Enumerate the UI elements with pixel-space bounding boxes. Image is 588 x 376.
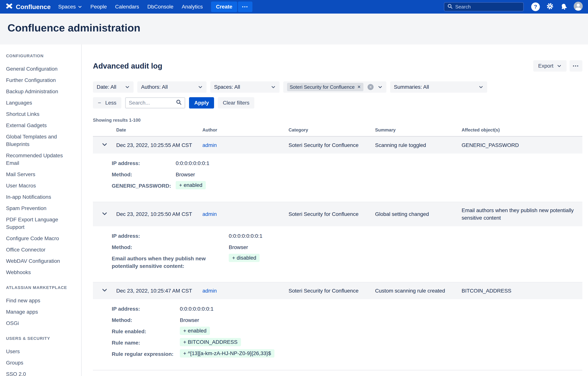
avatar <box>574 2 583 12</box>
audit-search-input[interactable] <box>129 100 174 106</box>
author-link[interactable]: admin <box>202 288 217 294</box>
summaries-filter[interactable]: Summaries: All <box>390 81 487 93</box>
chevron-down-icon <box>125 85 130 89</box>
author-link[interactable]: admin <box>202 211 217 217</box>
nav-item-calendars[interactable]: Calendars <box>115 4 139 10</box>
detail-label: Rule name: <box>112 339 175 347</box>
nav-search-input[interactable] <box>455 4 520 10</box>
minus-icon: − <box>98 100 101 106</box>
sidebar-item-configure-code-macro[interactable]: Configure Code Macro <box>6 235 76 242</box>
remove-chip-icon[interactable]: ✕ <box>357 85 361 89</box>
nav-item-people[interactable]: People <box>91 4 107 10</box>
chevron-down-icon <box>479 85 483 89</box>
help-icon: ? <box>531 2 540 11</box>
detail-label: Method: <box>112 317 175 324</box>
detail-value: 0:0:0:0:0:0:0:1 <box>229 232 582 240</box>
sidebar-item-recommended-updates-email[interactable]: Recommended Updates Email <box>6 152 76 167</box>
nav-search[interactable] <box>444 2 524 11</box>
sidebar-item-languages[interactable]: Languages <box>6 99 76 107</box>
nav-links: Spaces People Calendars DbConsole Analyt… <box>58 4 203 10</box>
detail-label: Method: <box>112 171 171 178</box>
results-caption: Showing results 1-100 <box>93 118 582 123</box>
authors-filter[interactable]: Authors: All <box>137 81 207 93</box>
help-button[interactable]: ? <box>531 2 540 11</box>
sidebar-item-office-connector[interactable]: Office Connector <box>6 246 76 254</box>
sidebar-item-webdav-configuration[interactable]: WebDAV Configuration <box>6 257 76 265</box>
clear-filter-icon[interactable]: ✕ <box>368 84 374 90</box>
sidebar-item-manage-apps[interactable]: Manage apps <box>6 308 76 316</box>
create-button[interactable]: Create <box>211 1 237 12</box>
search-icon <box>447 3 452 10</box>
cell-affected: BITCOIN_ADDRESS <box>462 287 582 295</box>
chevron-down-icon <box>378 85 383 89</box>
sidebar-item-mail-servers[interactable]: Mail Servers <box>6 171 76 178</box>
cell-summary: Global setting changed <box>375 211 462 217</box>
clear-filters-button[interactable]: Clear filters <box>218 97 254 109</box>
table-row: Dec 23, 2022, 10:25:55 AM CST admin Sote… <box>93 137 582 154</box>
sidebar-item-backup-administration[interactable]: Backup Administration <box>6 88 76 95</box>
cell-date: Dec 23, 2022, 10:25:50 AM CST <box>116 211 202 217</box>
cell-affected: Email authors when they publish new pote… <box>462 207 582 222</box>
detail-value: Browser <box>229 243 582 251</box>
nav-more-button[interactable]: ••• <box>238 1 252 12</box>
author-link[interactable]: admin <box>202 142 217 148</box>
collapse-row-button[interactable] <box>93 287 116 295</box>
sidebar-item-sso[interactable]: SSO 2.0 <box>6 370 76 376</box>
sidebar-item-further-configuration[interactable]: Further Configuration <box>6 77 76 84</box>
table-header: Date Author Category Summary Affected ob… <box>93 127 582 137</box>
sidebar-item-users[interactable]: Users <box>6 348 76 355</box>
detail-value: Browser <box>180 317 582 324</box>
page-header: Confluence administration <box>0 13 588 44</box>
nav-item-spaces[interactable]: Spaces <box>58 4 82 10</box>
detail-label: Rule enabled: <box>112 328 175 335</box>
chevron-down-icon <box>101 141 108 149</box>
sidebar-item-user-macros[interactable]: User Macros <box>6 182 76 189</box>
export-button[interactable]: Export <box>533 60 567 72</box>
settings-button[interactable] <box>546 2 554 12</box>
table-row: Dec 23, 2022, 10:25:47 AM CST admin Sote… <box>93 282 582 299</box>
audit-search[interactable] <box>125 97 185 109</box>
spaces-filter[interactable]: Spaces: All <box>210 81 280 93</box>
collapse-row-button[interactable] <box>93 141 116 149</box>
profile-button[interactable] <box>574 2 583 12</box>
filter-bar: Date: All Authors: All Spaces: All Soter… <box>93 81 582 93</box>
top-nav: Confluence Spaces People Calendars DbCon… <box>0 0 588 13</box>
more-actions-button[interactable]: ••• <box>570 60 582 72</box>
sidebar-item-pdf-export-language[interactable]: PDF Export Language Support <box>6 216 76 231</box>
sidebar-item-in-app-notifications[interactable]: In-app Notifications <box>6 193 76 201</box>
nav-item-analytics[interactable]: Analytics <box>182 4 203 10</box>
sidebar-item-spam-prevention[interactable]: Spam Prevention <box>6 205 76 212</box>
sidebar-item-general-configuration[interactable]: General Configuration <box>6 65 76 73</box>
cell-category: Soteri Security for Confluence <box>289 211 375 217</box>
less-button[interactable]: − Less <box>93 97 121 109</box>
confluence-brand[interactable]: Confluence <box>5 2 51 11</box>
sidebar-item-find-new-apps[interactable]: Find new apps <box>6 297 76 304</box>
notifications-button[interactable] <box>560 3 568 11</box>
audit-table: Date Author Category Summary Affected ob… <box>93 127 582 370</box>
change-badge: + ^[13][a-km-zA-HJ-NP-Z0-9]{26,33}$ <box>180 349 274 357</box>
search-icon <box>176 99 181 106</box>
chevron-down-icon <box>101 210 108 218</box>
sidebar-item-webhooks[interactable]: Webhooks <box>6 269 76 276</box>
col-affected: Affected object(s) <box>462 127 582 133</box>
sidebar-item-global-templates[interactable]: Global Templates and Blueprints <box>6 133 76 148</box>
sidebar-item-external-gadgets[interactable]: External Gadgets <box>6 122 76 129</box>
page-title: Confluence administration <box>8 22 580 34</box>
row-details: IP address: 0:0:0:0:0:0:0:1 Method: Brow… <box>93 299 582 370</box>
sidebar-item-osgi[interactable]: OSGi <box>6 320 76 327</box>
sidebar-item-groups[interactable]: Groups <box>6 359 76 366</box>
row-details: IP address: 0:0:0:0:0:0:0:1 Method: Brow… <box>93 226 582 282</box>
date-filter[interactable]: Date: All <box>93 81 134 93</box>
admin-sidebar: CONFIGURATION General Configuration Furt… <box>0 44 82 376</box>
collapse-row-button[interactable] <box>93 210 116 218</box>
gear-icon <box>546 2 554 12</box>
sidebar-item-shortcut-links[interactable]: Shortcut Links <box>6 111 76 118</box>
detail-value: 0:0:0:0:0:0:0:1 <box>176 160 582 167</box>
categories-filter[interactable]: Soteri Security for Confluence ✕ ✕ <box>283 81 386 93</box>
change-badge: + enabled <box>180 327 210 335</box>
brand-label: Confluence <box>16 3 51 11</box>
nav-icons: ? <box>531 2 583 12</box>
apply-button[interactable]: Apply <box>189 97 214 109</box>
nav-item-dbconsole[interactable]: DbConsole <box>147 4 173 10</box>
detail-label: Rule regular expression: <box>112 350 175 358</box>
